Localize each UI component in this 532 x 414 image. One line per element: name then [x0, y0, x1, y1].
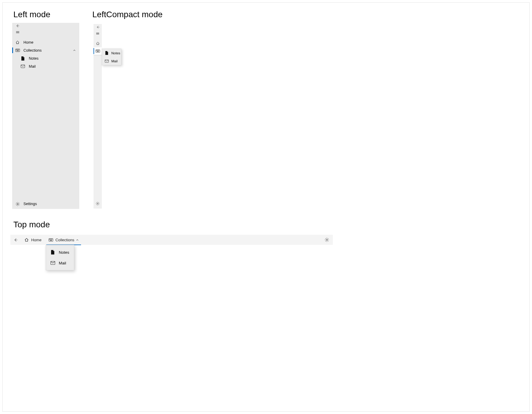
svg-rect-12 — [99, 50, 99, 51]
gear-icon — [15, 202, 20, 206]
home-icon — [96, 42, 100, 45]
document-icon — [50, 250, 55, 255]
svg-rect-17 — [49, 239, 50, 239]
svg-point-7 — [17, 203, 18, 204]
home-icon — [24, 238, 29, 242]
section-title-left: Left mode — [13, 10, 50, 19]
top-flyout-label-mail: Mail — [59, 261, 66, 265]
back-button[interactable] — [12, 23, 79, 28]
nav-label-home: Home — [23, 40, 33, 45]
compact-back-button[interactable] — [94, 24, 102, 30]
leftcompact-nav-pane — [94, 24, 102, 209]
home-icon — [15, 40, 20, 45]
keyboard-icon — [49, 238, 53, 242]
top-flyout-item-mail[interactable]: Mail — [46, 258, 74, 268]
nav-item-collections[interactable]: Collections — [12, 46, 79, 54]
top-label-collections: Collections — [56, 238, 75, 242]
top-back-button[interactable] — [10, 235, 21, 245]
svg-rect-20 — [52, 239, 52, 239]
gear-icon — [96, 202, 100, 206]
back-arrow-icon — [15, 23, 20, 28]
top-flyout-item-notes[interactable]: Notes — [46, 247, 74, 258]
nav-label-mail: Mail — [29, 64, 36, 69]
flyout-item-notes[interactable]: Notes — [102, 49, 121, 57]
top-flyout: Notes Mail — [46, 245, 74, 270]
hamburger-button[interactable] — [12, 28, 79, 36]
nav-item-settings[interactable]: Settings — [12, 199, 79, 209]
nav-item-mail[interactable]: Mail — [12, 62, 79, 70]
chevron-up-icon — [73, 49, 76, 52]
back-arrow-icon — [13, 238, 18, 242]
svg-rect-19 — [51, 239, 51, 239]
hamburger-icon — [15, 30, 20, 34]
nav-label-notes: Notes — [29, 56, 39, 61]
top-label-home: Home — [31, 238, 42, 242]
svg-rect-21 — [50, 240, 52, 240]
svg-rect-18 — [50, 239, 50, 239]
keyboard-icon — [96, 50, 100, 53]
gear-icon — [324, 237, 329, 242]
hamburger-icon — [96, 32, 99, 35]
back-arrow-icon — [96, 25, 100, 29]
section-title-leftcompact: LeftCompact mode — [92, 10, 163, 19]
section-title-top: Top mode — [13, 220, 50, 229]
top-nav-collections[interactable]: Collections — [45, 235, 83, 245]
compact-collections-button[interactable] — [94, 47, 102, 55]
compact-flyout: Notes Mail — [102, 49, 121, 65]
flyout-item-mail[interactable]: Mail — [102, 57, 121, 65]
svg-rect-1 — [16, 49, 16, 50]
svg-point-22 — [326, 239, 328, 241]
top-flyout-label-notes: Notes — [59, 250, 69, 255]
svg-rect-11 — [98, 50, 98, 51]
svg-rect-3 — [18, 49, 18, 50]
document-icon — [20, 56, 25, 61]
document-icon — [104, 51, 109, 55]
compact-home-button[interactable] — [94, 39, 102, 47]
mail-icon — [104, 59, 109, 63]
compact-settings-button[interactable] — [94, 199, 102, 209]
mail-icon — [50, 261, 55, 266]
top-nav-home[interactable]: Home — [21, 235, 45, 245]
svg-rect-4 — [18, 49, 19, 50]
svg-rect-9 — [96, 50, 97, 51]
svg-point-14 — [97, 203, 98, 204]
nav-item-home[interactable]: Home — [12, 38, 79, 46]
nav-label-collections: Collections — [23, 48, 42, 53]
top-settings-button[interactable] — [321, 235, 333, 245]
svg-rect-2 — [17, 49, 17, 50]
flyout-label-notes: Notes — [111, 51, 120, 55]
nav-label-settings: Settings — [23, 202, 37, 206]
top-mode-nav-bar: Home Collections — [10, 235, 333, 245]
svg-rect-10 — [97, 50, 97, 51]
chevron-up-icon — [76, 239, 79, 241]
svg-rect-8 — [96, 50, 100, 52]
svg-rect-5 — [16, 50, 19, 51]
svg-rect-13 — [96, 51, 99, 52]
keyboard-icon — [15, 48, 20, 53]
flyout-label-mail: Mail — [111, 59, 118, 63]
compact-hamburger-button[interactable] — [94, 30, 102, 37]
nav-item-notes[interactable]: Notes — [12, 54, 79, 62]
mail-icon — [20, 64, 25, 69]
left-mode-nav-pane: Home Collections Notes Mail — [12, 23, 79, 209]
